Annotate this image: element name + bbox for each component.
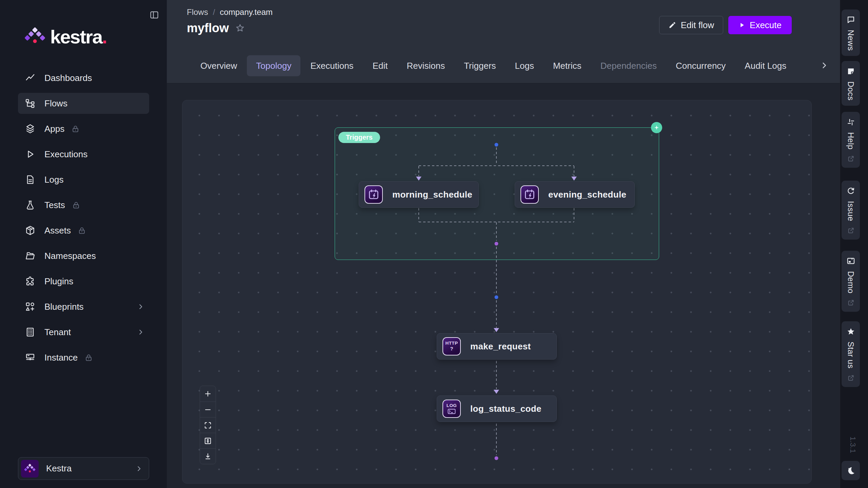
zoom-out-button[interactable]	[200, 402, 216, 417]
node-evening-schedule[interactable]: evening_schedule	[515, 181, 635, 208]
breadcrumb-flows[interactable]: Flows	[187, 7, 208, 17]
zoom-in-button[interactable]	[200, 386, 216, 402]
app-root: kestra. Dashboards Flows Apps Executions	[0, 0, 868, 488]
tab-bar: Overview Topology Executions Edit Revisi…	[191, 55, 817, 76]
issue-button[interactable]: Issue	[842, 181, 860, 240]
lock-icon	[71, 125, 80, 133]
http-request-icon: HTTP ?	[442, 337, 461, 355]
instance-icon	[25, 352, 36, 363]
dashboards-icon	[25, 73, 36, 83]
topbar: Flows / company.team myflow Edit flow Ex…	[167, 0, 840, 83]
sidebar-item-executions[interactable]: Executions	[18, 144, 149, 165]
executions-icon	[25, 149, 36, 160]
tab-metrics[interactable]: Metrics	[544, 55, 591, 76]
canvas-zoom-toolbar	[200, 386, 216, 464]
expand-vertical-button[interactable]	[200, 433, 216, 448]
tab-auditlogs[interactable]: Audit Logs	[735, 55, 795, 76]
external-link-icon	[847, 227, 855, 235]
tabs-overflow-chevron-icon[interactable]	[818, 60, 830, 72]
node-make-request[interactable]: HTTP ? make_request	[437, 333, 557, 360]
tab-revisions[interactable]: Revisions	[397, 55, 454, 76]
node-morning-schedule[interactable]: morning_schedule	[359, 181, 479, 208]
tenant-icon	[25, 327, 36, 338]
node-log-status-code[interactable]: LOG log_status_code	[437, 395, 557, 422]
favorite-star-icon[interactable]	[235, 23, 245, 33]
tenant-avatar	[21, 460, 39, 477]
assets-icon	[25, 225, 36, 236]
news-button[interactable]: News	[842, 9, 860, 56]
sidebar-item-logs[interactable]: Logs	[18, 169, 149, 190]
tab-logs[interactable]: Logs	[506, 55, 543, 76]
sidebar-item-assets[interactable]: Assets	[18, 220, 149, 241]
theme-toggle-button[interactable]	[842, 461, 860, 480]
star-us-button[interactable]: Star us	[842, 321, 860, 387]
kestra-logo[interactable]: kestra.	[24, 26, 107, 48]
docs-button[interactable]: Docs	[842, 61, 860, 106]
flows-icon	[25, 98, 36, 109]
main-area: Flows / company.team myflow Edit flow Ex…	[167, 0, 840, 488]
tab-executions[interactable]: Executions	[301, 55, 362, 76]
page-title: myflow	[187, 21, 229, 35]
sidebar-item-tests[interactable]: Tests	[18, 195, 149, 216]
execute-button[interactable]: Execute	[728, 16, 792, 34]
tab-overview[interactable]: Overview	[191, 55, 246, 76]
version-label: 1.3.1	[848, 436, 857, 453]
fit-view-button[interactable]	[200, 417, 216, 433]
group-collapse-button[interactable]	[651, 122, 662, 133]
news-icon	[846, 15, 855, 24]
sidebar-item-plugins[interactable]: Plugins	[18, 271, 149, 292]
sidebar: kestra. Dashboards Flows Apps Executions	[0, 0, 167, 488]
logs-icon	[25, 174, 36, 185]
sidebar-nav: Dashboards Flows Apps Executions Logs	[18, 67, 149, 372]
tab-edit[interactable]: Edit	[363, 55, 397, 76]
blueprints-icon	[25, 301, 36, 312]
lock-icon	[84, 353, 93, 362]
apps-icon	[25, 123, 36, 134]
triggers-group-badge: Triggers	[338, 132, 380, 143]
sidebar-item-dashboards[interactable]: Dashboards	[18, 67, 149, 88]
sidebar-item-blueprints[interactable]: Blueprints	[18, 296, 149, 317]
moon-icon	[846, 466, 855, 475]
sidebar-item-tenant[interactable]: Tenant	[18, 322, 149, 343]
tenant-selector[interactable]: Kestra	[18, 457, 149, 480]
external-link-icon	[847, 155, 855, 163]
chevron-right-icon	[135, 465, 143, 472]
breadcrumb-namespace[interactable]: company.team	[220, 7, 273, 17]
arrow-expand-vertical-icon	[203, 436, 212, 445]
demo-button[interactable]: Demo	[842, 251, 860, 312]
breadcrumb: Flows / company.team	[187, 7, 273, 17]
star-icon	[846, 327, 855, 336]
log-icon: LOG	[442, 400, 461, 418]
external-link-icon	[847, 299, 855, 307]
edit-flow-button[interactable]: Edit flow	[659, 16, 723, 34]
fullscreen-icon	[203, 421, 212, 430]
minus-icon	[203, 405, 212, 414]
download-button[interactable]	[200, 448, 216, 464]
schedule-trigger-icon	[520, 185, 539, 204]
chevron-right-icon	[137, 328, 144, 336]
sidebar-item-apps[interactable]: Apps	[18, 118, 149, 139]
sidebar-item-instance[interactable]: Instance	[18, 347, 149, 368]
tab-concurrency[interactable]: Concurrency	[667, 55, 735, 76]
chevron-right-icon	[137, 303, 144, 310]
kestra-logo-mark-icon	[24, 26, 45, 48]
right-toolbar: News Docs Help Issue Demo Star us 1.3.1	[840, 0, 868, 488]
lock-icon	[78, 226, 86, 235]
breadcrumb-separator: /	[213, 7, 215, 17]
sidebar-item-flows[interactable]: Flows	[18, 93, 149, 114]
tab-dependencies[interactable]: Dependencies	[591, 55, 666, 76]
pencil-icon	[668, 21, 676, 29]
help-button[interactable]: Help	[842, 112, 860, 168]
logo-wordmark: kestra.	[50, 26, 107, 48]
namespaces-icon	[25, 250, 36, 261]
topology-content: Triggers	[167, 84, 840, 488]
play-icon	[738, 22, 745, 28]
topology-canvas[interactable]: Triggers	[182, 100, 812, 484]
plus-icon	[203, 389, 212, 398]
tab-triggers[interactable]: Triggers	[455, 55, 505, 76]
schedule-trigger-icon	[364, 185, 383, 204]
issue-icon	[846, 186, 855, 196]
tab-topology[interactable]: Topology	[247, 55, 300, 76]
sidebar-item-namespaces[interactable]: Namespaces	[18, 245, 149, 266]
sidebar-collapse-icon[interactable]	[149, 9, 160, 21]
